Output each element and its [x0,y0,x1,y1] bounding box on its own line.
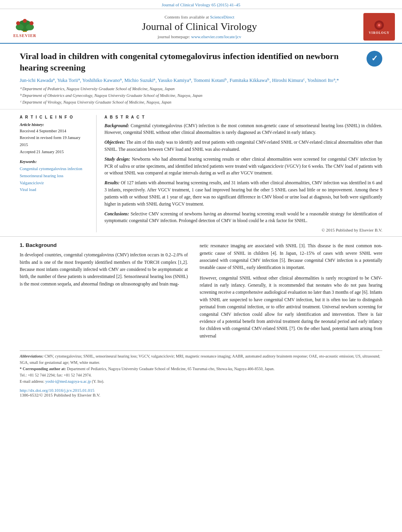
abstract-background-text: Congenital cytomegalovirus (CMV) infecti… [104,123,382,135]
affiliation-b: ᵇ Department of Obstetrics and Gynecolog… [20,93,359,99]
title-text-col: Viral load in children with congenital c… [20,51,359,106]
svg-point-6 [23,19,27,23]
affiliation-c: ᶜ Department of Virology, Nagoya Univers… [20,99,359,106]
abstract-conclusions-text: Selective CMV screening of newborns havi… [104,211,382,223]
history-label: Article history: [20,122,88,127]
svg-point-4 [16,21,20,25]
keyword-1: Congenital cytomegalovirus infection [20,165,88,172]
right-para-2: However, congenital SNHL without other c… [200,274,382,340]
footnote-tel: Tel.: +81 52 744 2294; fax: +81 52 744 2… [20,372,382,378]
contents-text: Contents lists available at [164,15,210,19]
corresponding-label: * Corresponding author at: [20,367,67,371]
section-1-title: Background [26,242,57,248]
homepage-text: journal homepage: [158,34,191,39]
column-left: 1. Background In developed countries, co… [20,242,194,343]
svg-point-9 [378,24,380,26]
email-label: E-mail address: [20,379,44,384]
virology-logo: VIROLOGY [363,13,395,41]
svg-point-2 [16,24,24,30]
abstract-results: Results: Of 127 infants with abnormal he… [104,180,382,208]
bottom-links: http://dx.doi.org/10.1016/j.jcv.2015.01.… [0,385,402,401]
keywords-list: Congenital cytomegalovirus infection Sen… [20,165,88,193]
keyword-2: Sensorineural hearing loss [20,172,88,180]
abstract-objectives-label: Objectives: [104,140,125,145]
main-content: 1. Background In developed countries, co… [0,237,402,347]
article-dates: Received 4 September 2014 Received in re… [20,128,88,156]
article-info-title: A R T I C L E I N F O [20,115,88,119]
revised-date: Received in revised form 19 January 2015 [20,134,88,148]
accepted-date: Accepted 21 January 2015 [20,148,88,156]
article-info: A R T I C L E I N F O Article history: R… [20,115,97,233]
abstract-study-design-label: Study design: [104,157,130,161]
right-para-1: netic resonance imaging are associated w… [200,242,382,271]
article-body: A R T I C L E I N F O Article history: R… [0,109,402,237]
column-right: netic resonance imaging are associated w… [194,242,382,343]
keyword-3: Valganciclovir [20,180,88,187]
email-address[interactable]: yoshi-i@med.nagoya-u.ac.jp [45,379,91,384]
received-date: Received 4 September 2014 [20,128,88,135]
abstract-objectives-text: The aim of this study was to identify an… [104,140,382,152]
elsevier-logo: ELSEVIER [7,16,43,38]
section-1-heading: 1. Background [20,242,188,248]
corresponding-text: Department of Pediatrics, Nagoya Univers… [67,367,275,371]
abbreviations-text: CMV, cytomegalovirus; SNHL, sensorineura… [20,354,380,365]
abstract-results-text: Of 127 infants with abnormal hearing scr… [104,180,382,206]
crossmark-icon: ✓ [367,51,382,67]
article-title: Viral load in children with congenital c… [20,51,359,73]
affiliation-a: ᵃ Department of Pediatrics, Nagoya Unive… [20,86,359,93]
svg-point-3 [26,24,34,30]
journal-homepage: journal homepage: www.elsevier.com/locat… [43,34,356,39]
elsevier-wordmark: ELSEVIER [13,33,37,38]
virology-icon [371,19,387,31]
article-abstract: A B S T R A C T Background: Congenital c… [97,115,382,233]
section-1-number: 1. [20,242,26,248]
journal-title: Journal of Clinical Virology [43,21,356,33]
elsevier-tree-svg [11,18,39,33]
footnote-email: E-mail address: yoshi-i@med.nagoya-u.ac.… [20,378,382,385]
header-center: Contents lists available at ScienceDirec… [43,15,356,39]
crossmark-svg: ✓ [367,52,382,66]
abstract-study-design-text: Newborns who had abnormal hearing screen… [104,157,382,176]
virology-text: VIROLOGY [369,31,389,35]
footnote-abbreviations: Abbreviations: CMV, cytomegalovirus; SNH… [20,353,382,366]
abstract-study-design: Study design: Newborns who had abnormal … [104,156,382,177]
journal-bar-text: Journal of Clinical Virology 65 (2015) 4… [162,2,240,7]
abstract-background: Background: Congenital cytomegalovirus (… [104,122,382,137]
abstract-conclusions-label: Conclusions: [104,211,129,216]
keywords-label: Keywords: [20,159,88,164]
svg-point-5 [30,21,34,25]
copyright-line: © 2015 Published by Elsevier B.V. [104,228,382,232]
abstract-objectives: Objectives: The aim of this study was to… [104,139,382,153]
abbreviations-label: Abbreviations: [20,354,45,358]
footnote-corresponding: * Corresponding author at: Department of… [20,366,382,372]
abstract-background-label: Background: [104,123,129,128]
keyword-4: Viral load [20,186,88,193]
footnotes-area: Abbreviations: CMV, cytomegalovirus; SNH… [20,350,382,385]
abstract-results-label: Results: [104,180,119,185]
doi-link[interactable]: http://dx.doi.org/10.1016/j.jcv.2015.01.… [20,388,382,393]
section-1-para-1: In developed countries, congenital cytom… [20,251,188,287]
journal-bar: Journal of Clinical Virology 65 (2015) 4… [0,0,402,9]
journal-header: ELSEVIER Contents lists available at Sci… [0,9,402,44]
affiliations: ᵃ Department of Pediatrics, Nagoya Unive… [20,86,359,106]
homepage-link[interactable]: www.elsevier.com/locate/jcv [191,34,241,39]
issn-text: 1386-6532/© 2015 Published by Elsevier B… [20,393,382,397]
abstract-conclusions: Conclusions: Selective CMV screening of … [104,211,382,225]
authors: Jun-ichi Kawadaᵃ, Yuka Toriiᵃ, Yoshihiko… [20,77,359,83]
article-title-section: Viral load in children with congenital c… [0,44,402,109]
email-suffix: (Y. Ito). [92,379,104,384]
sciencedirect-link[interactable]: ScienceDirect [210,15,234,19]
contents-line: Contents lists available at ScienceDirec… [43,15,356,19]
svg-text:✓: ✓ [371,54,378,63]
abstract-title: A B S T R A C T [104,115,382,119]
